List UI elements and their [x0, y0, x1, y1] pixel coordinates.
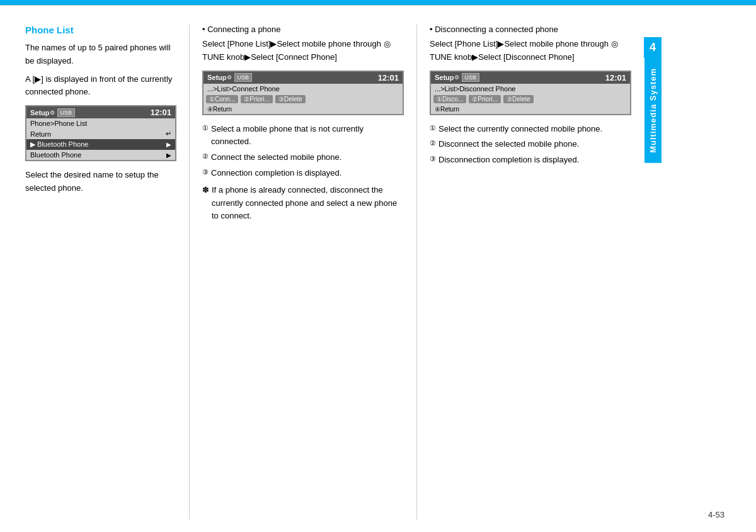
screen1-row2: Return ↵ [26, 128, 175, 139]
screen3-btn1: ①Disco... [433, 95, 466, 103]
screen-mockup-2: Setup ⚙ USB 12:01 ...>List>Connect Phone… [202, 71, 404, 115]
top-bar [0, 0, 756, 5]
screen3-header: Setup ⚙ USB 12:01 [431, 72, 630, 84]
screen1-usb: USB [57, 108, 76, 117]
screen2-usb: USB [234, 73, 253, 82]
right-step-1: ① Select the currently connected mobile … [430, 123, 631, 136]
screen3-btn2: ②Priori... [469, 95, 501, 103]
screen2-icon: ⚙ [227, 74, 232, 81]
screen2-buttons: ①Conn... ②Priori... ③Delete [203, 94, 403, 105]
right-steps: ① Select the currently connected mobile … [430, 123, 631, 167]
screen3-return: ④Return [431, 105, 630, 114]
left-para2: A [▶] is displayed in front of the curre… [25, 73, 176, 99]
screen3-btn3: ③Delete [503, 95, 534, 103]
middle-step-1: ① Select a mobile phone that is not curr… [202, 123, 404, 149]
screen3-setup: Setup [435, 74, 454, 81]
page-number: 4-53 [708, 510, 724, 519]
screen2-btn1: ①Conn... [206, 95, 238, 103]
left-column: Phone List The names of up to 5 paired p… [25, 25, 189, 519]
screen-mockup-3: Setup ⚙ USB 12:01 ...>List>Disconnect Ph… [430, 71, 631, 115]
screen3-icon: ⚙ [454, 74, 459, 81]
screen1-header: Setup ⚙ USB 12:01 [26, 106, 175, 118]
middle-bullet-title: • Connecting a phone [202, 25, 404, 34]
section-title-left: Phone List [25, 25, 176, 35]
screen2-return: ④Return [203, 105, 403, 114]
screen1-row4: Bluetooth Phone ▶ [26, 150, 175, 160]
screen2-time: 12:01 [378, 73, 399, 82]
screen3-usb: USB [462, 73, 480, 82]
middle-note: ✽ If a phone is already connected, disco… [202, 184, 404, 223]
middle-bullet-text: Select [Phone List]▶Select mobile phone … [202, 38, 404, 64]
screen2-row1: ...>List>Connect Phone [203, 84, 403, 94]
right-column: • Disconnecting a connected phone Select… [417, 25, 644, 519]
screen1-row1: Phone>Phone List [26, 118, 175, 128]
right-bullet-title: • Disconnecting a connected phone [430, 25, 631, 34]
screen2-setup: Setup [207, 74, 227, 81]
screen3-row1: ...>List>Disconnect Phone [431, 84, 630, 94]
right-bullet-text: Select [Phone List]▶Select mobile phone … [430, 38, 631, 64]
screen3-time: 12:01 [605, 73, 626, 82]
left-para1: The names of up to 5 paired phones will … [25, 42, 176, 68]
side-tab-number: 4 [644, 37, 662, 58]
left-after-screen: Select the desired name to setup the sel… [25, 169, 176, 195]
right-step-2: ② Disconnect the selected mobile phone. [430, 138, 631, 151]
screen1-time: 12:01 [151, 108, 171, 117]
screen2-btn2: ②Priori... [241, 95, 273, 103]
screen1-row3: ▶ Bluetooth Phone ▶ [26, 139, 175, 150]
side-tab: 4 Multimedia System [644, 25, 662, 519]
side-tab-label: Multimedia System [644, 58, 662, 163]
middle-steps: ① Select a mobile phone that is not curr… [202, 123, 404, 180]
screen2-btn3: ③Delete [275, 95, 306, 103]
middle-step-2: ② Connect the selected mobile phone. [202, 151, 404, 164]
screen-mockup-1: Setup ⚙ USB 12:01 Phone>Phone List Retur… [25, 105, 176, 161]
screen1-setup: Setup [30, 109, 50, 116]
screen2-header: Setup ⚙ USB 12:01 [203, 72, 403, 84]
middle-column: • Connecting a phone Select [Phone List]… [190, 25, 416, 519]
middle-step-3: ③ Connection completion is displayed. [202, 167, 404, 180]
screen3-buttons: ①Disco... ②Priori... ③Delete [431, 94, 630, 105]
screen1-icon: ⚙ [50, 110, 55, 116]
right-step-3: ③ Disconnection completion is displayed. [430, 154, 631, 167]
